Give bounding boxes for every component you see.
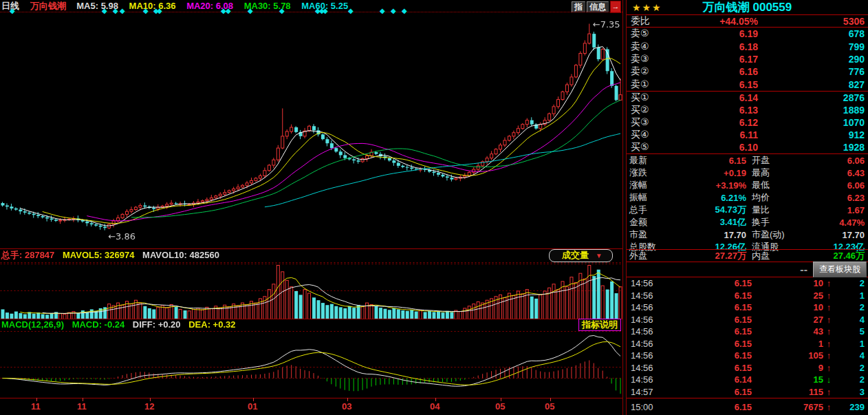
price-level-label: 买①	[627, 92, 672, 104]
quote-label: 涨幅	[627, 179, 665, 191]
up-arrow-icon: ↑	[823, 290, 834, 301]
tick-price: 6.15	[669, 290, 752, 301]
quote-label: 涨跌	[627, 167, 665, 179]
tick-time: 14:56	[627, 363, 669, 373]
price-level-label: 买③	[627, 116, 672, 129]
quote-detail-grid: 最新6.15开盘6.06涨跌+0.19最高6.43涨幅+3.19%最低6.06振…	[627, 153, 868, 248]
price-level-label: 卖①	[627, 78, 672, 91]
indicator-help-button[interactable]: 指标说明	[578, 319, 621, 331]
quote-label: 市盈(动)	[746, 228, 801, 241]
quote-value: 6.15	[665, 156, 746, 166]
price-level-label: 卖⑤	[627, 28, 672, 40]
quote-value: 27.27万	[665, 250, 746, 262]
quote-row: 总手54.73万量比1.67	[627, 204, 868, 216]
quote-row: 涨幅+3.19%最低6.06	[627, 179, 868, 191]
tick-volume: 10	[752, 278, 823, 288]
x-axis-tick	[150, 398, 151, 401]
x-axis-label: 12	[144, 401, 154, 412]
bid-row[interactable]: 买④6.11912	[627, 129, 868, 141]
tick-count: 2	[834, 374, 868, 385]
quote-label: 总手	[627, 204, 665, 216]
tick-count: 2	[834, 278, 868, 288]
quote-label: 最新	[627, 154, 665, 167]
up-arrow-icon: ↑	[823, 326, 834, 337]
price-level-label: 买④	[627, 129, 672, 141]
bid-row[interactable]: 买①6.142876	[627, 92, 868, 104]
ma10-label: MA10: 6.36	[129, 1, 176, 11]
tick-price: 6.15	[669, 350, 752, 361]
ask-row[interactable]: 卖①6.15827	[627, 78, 868, 91]
tick-volume: 105	[752, 350, 823, 361]
ask-queue: 卖⑤6.19678卖④6.18799卖③6.17290卖②6.16776卖①6.…	[627, 28, 868, 91]
volume-total-label: 总手: 287847	[1, 250, 54, 260]
quote-label: 换手	[746, 216, 801, 228]
tick-time: 14:56	[627, 315, 669, 325]
x-axis-tick	[83, 398, 83, 401]
indicator-button[interactable]: 指	[572, 1, 585, 12]
quote-row: 振幅6.21%均价6.23	[627, 191, 868, 204]
volume-indicator-button[interactable]: 成交量▼	[549, 249, 613, 262]
tick-price: 6.15	[669, 326, 752, 337]
price-level-volume: 827	[758, 79, 868, 90]
tick-price: 6.15	[669, 339, 752, 349]
x-axis-label: 03	[342, 401, 351, 412]
price-level-volume: 1889	[758, 105, 868, 116]
price-level-label: 卖②	[627, 65, 672, 78]
price-level-value: 6.10	[672, 142, 758, 153]
quote-label: 振幅	[627, 191, 665, 204]
tick-row: 14:566.1415↓2	[627, 374, 868, 386]
price-level-value: 6.11	[672, 129, 758, 140]
ask-row[interactable]: 卖②6.16776	[627, 65, 868, 78]
price-level-value: 6.14	[672, 92, 758, 103]
price-level-value: 6.13	[672, 105, 758, 116]
tick-count: 1	[834, 290, 868, 301]
tick-count: 239	[834, 402, 868, 412]
tick-time: 14:56	[627, 350, 669, 361]
macd-params-label: MACD(12,26,9)	[1, 319, 64, 330]
price-level-volume: 799	[758, 41, 868, 52]
quote-panel: ★★★ 万向钱潮 000559 委比 +44.05% 5306 卖⑤6.1967…	[627, 0, 868, 415]
up-arrow-icon: ↑	[823, 302, 834, 312]
tick-time: 14:56	[627, 302, 669, 312]
ask-row[interactable]: 卖④6.18799	[627, 40, 868, 52]
price-level-label: 买⑤	[627, 141, 672, 153]
ask-row[interactable]: 卖③6.17290	[627, 53, 868, 65]
x-axis-tick	[253, 398, 254, 401]
bid-row[interactable]: 买②6.131889	[627, 104, 868, 116]
tick-time: 14:56	[627, 326, 669, 337]
tick-row: 15:006.157675↑239	[627, 398, 868, 415]
macd-value-label: MACD: -0.24	[72, 319, 125, 330]
quote-value: 6.06	[801, 156, 868, 166]
price-level-volume: 2876	[758, 92, 868, 103]
tick-row: 14:566.151↑1	[627, 338, 868, 350]
price-level-volume: 1928	[758, 142, 868, 153]
tick-row: 14:566.1543↑5	[627, 326, 868, 338]
dropdown-arrow-icon: ▼	[596, 252, 603, 259]
tick-volume: 7675	[752, 402, 823, 412]
tick-volume: 115	[752, 387, 823, 397]
weibi-row: 委比 +44.05% 5306	[627, 14, 868, 28]
tick-volume: 43	[752, 326, 823, 337]
tick-row: 14:566.1510↑2	[627, 301, 868, 314]
view-sector-stocks-button[interactable]: 查看板块股	[813, 262, 867, 277]
down-arrow-icon: ↓	[823, 374, 834, 385]
ask-row[interactable]: 卖⑤6.19678	[627, 28, 868, 40]
up-arrow-icon: ↑	[823, 315, 834, 325]
x-axis-tick	[347, 398, 348, 401]
tick-time: 14:57	[627, 387, 669, 397]
tick-volume: 10	[752, 302, 823, 312]
bid-row[interactable]: 买③6.121070	[627, 116, 868, 129]
price-level-value: 6.16	[672, 66, 758, 77]
volume-pane-header: 总手: 287847 MAVOL5: 326974 MAVOL10: 48256…	[1, 249, 225, 262]
price-level-volume: 1070	[758, 117, 868, 128]
bid-row[interactable]: 买⑤6.101928	[627, 141, 868, 153]
tick-volume: 9	[752, 363, 823, 373]
price-level-volume: 678	[758, 28, 868, 39]
main-chart-canvas[interactable]	[0, 14, 622, 398]
info-button[interactable]: 信息	[587, 1, 609, 12]
quote-value: 1.67	[801, 205, 868, 215]
tick-row: 14:566.1527↑4	[627, 314, 868, 326]
x-axis-label: 05	[545, 401, 554, 412]
outer-inner-volume-row: 外盘27.27万内盘27.46万	[627, 249, 868, 262]
price-level-value: 6.12	[672, 117, 758, 128]
